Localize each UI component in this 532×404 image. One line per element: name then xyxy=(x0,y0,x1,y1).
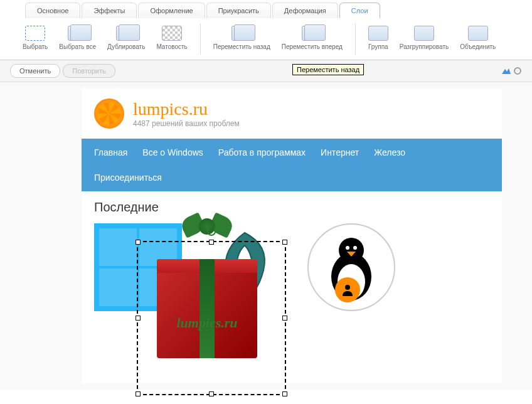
resize-handle-w[interactable] xyxy=(136,316,141,321)
nav-hardware: Железо xyxy=(374,147,405,157)
resize-handle-se[interactable] xyxy=(282,391,287,396)
ribbon-separator xyxy=(200,23,201,55)
opacity-button[interactable]: Матовость xyxy=(152,23,191,53)
select-all-label: Выбрать все xyxy=(59,43,96,50)
zoom-controls xyxy=(502,66,522,75)
move-back-label: Переместить назад xyxy=(213,43,270,50)
resize-handle-sw[interactable] xyxy=(136,391,141,396)
nav-join: Присоединиться xyxy=(94,173,489,183)
zoom-mountain-icon[interactable] xyxy=(502,68,511,74)
ribbon-separator xyxy=(355,23,356,55)
group-label: Группа xyxy=(368,43,388,50)
select-label: Выбрать xyxy=(23,43,48,50)
user-badge-icon xyxy=(99,289,117,306)
merge-label: Объединить xyxy=(460,43,496,50)
opacity-icon xyxy=(162,26,182,41)
ribbon-toolbar: Выбрать Выбрать все Дублировать Матовост… xyxy=(0,18,532,60)
select-icon xyxy=(25,26,45,41)
tab-effects[interactable]: Эффекты xyxy=(82,3,137,18)
site-navbar: Главная Все о Windows Работа в программа… xyxy=(82,139,502,191)
nav-internet: Интернет xyxy=(321,147,359,157)
gift-bow-icon xyxy=(182,211,232,242)
duplicate-button[interactable]: Дублировать xyxy=(104,23,149,53)
ungroup-button[interactable]: Разгруппировать xyxy=(396,23,452,53)
main-tabs: Основное Эффекты Оформление Приукрасить … xyxy=(0,0,532,18)
selection-box[interactable] xyxy=(137,241,286,395)
nav-programs: Работа в программах xyxy=(218,147,306,157)
move-back-button[interactable]: Переместить назад xyxy=(210,23,274,53)
move-forward-icon xyxy=(302,26,322,41)
move-forward-label: Переместить вперед xyxy=(282,43,343,50)
svg-point-6 xyxy=(345,285,350,290)
move-back-icon xyxy=(231,26,252,41)
rotate-handle[interactable] xyxy=(207,227,216,236)
people-badge-icon xyxy=(335,277,360,302)
resize-handle-n[interactable] xyxy=(209,240,214,245)
group-button[interactable]: Группа xyxy=(364,23,392,53)
canvas-area[interactable]: lumpics.ru 4487 решений ваших проблем Гл… xyxy=(0,82,532,390)
select-all-button[interactable]: Выбрать все xyxy=(55,23,100,53)
undo-button[interactable]: Отменить xyxy=(10,64,60,78)
nav-windows: Все о Windows xyxy=(142,147,203,157)
group-icon xyxy=(368,26,388,41)
redo-button[interactable]: Повторить xyxy=(63,64,115,78)
svg-point-4 xyxy=(346,246,349,250)
resize-handle-e[interactable] xyxy=(282,316,287,321)
resize-handle-nw[interactable] xyxy=(136,240,141,245)
svg-point-5 xyxy=(353,246,357,250)
site-subtitle: 4487 решений ваших проблем xyxy=(133,119,240,128)
tab-decorate[interactable]: Приукрасить xyxy=(206,3,271,18)
linux-thumbnail xyxy=(307,223,395,311)
site-title: lumpics.ru xyxy=(133,99,240,119)
site-header: lumpics.ru 4487 решений ваших проблем xyxy=(82,88,502,139)
ungroup-icon xyxy=(414,26,434,41)
resize-handle-s[interactable] xyxy=(209,391,214,396)
opacity-label: Матовость xyxy=(156,43,187,50)
tooltip: Переместить назад xyxy=(292,64,364,75)
svg-point-0 xyxy=(514,68,521,74)
merge-icon xyxy=(468,26,488,41)
move-forward-button[interactable]: Переместить вперед xyxy=(278,23,346,53)
ungroup-label: Разгруппировать xyxy=(400,43,449,50)
section-heading: Последние xyxy=(82,191,502,223)
nav-home: Главная xyxy=(94,147,127,157)
duplicate-label: Дублировать xyxy=(107,43,145,50)
svg-point-3 xyxy=(339,238,364,263)
history-bar: Отменить Повторить xyxy=(0,60,532,82)
orange-logo-icon xyxy=(94,98,124,129)
resize-handle-ne[interactable] xyxy=(282,240,287,245)
tab-design[interactable]: Оформление xyxy=(138,3,205,18)
select-button[interactable]: Выбрать xyxy=(19,23,51,53)
tab-deform[interactable]: Деформация xyxy=(272,3,338,18)
tab-layers[interactable]: Слои xyxy=(339,3,380,18)
select-all-icon xyxy=(68,26,88,41)
zoom-fit-icon[interactable] xyxy=(513,66,522,75)
merge-button[interactable]: Объединить xyxy=(456,23,499,53)
tab-main[interactable]: Основное xyxy=(25,3,80,18)
duplicate-icon xyxy=(116,26,136,41)
